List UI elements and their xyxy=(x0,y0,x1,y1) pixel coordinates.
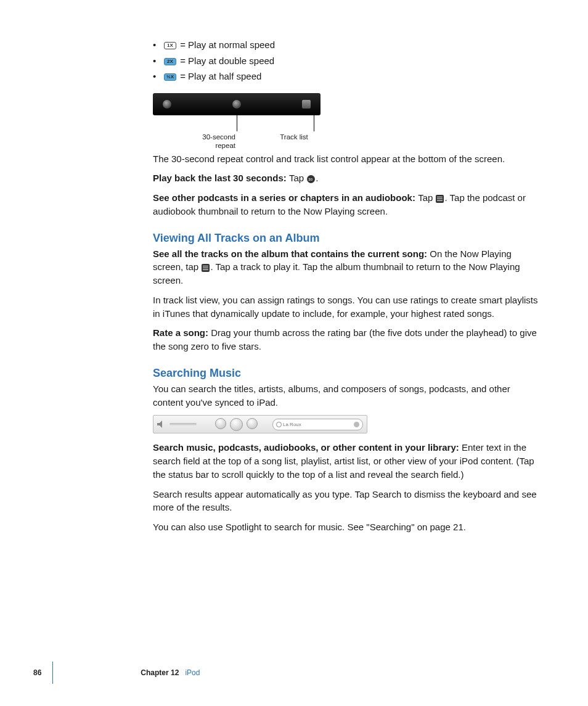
speed-badge-1x-icon: 1X xyxy=(164,42,176,49)
paragraph-search-results: Search results appear automatically as y… xyxy=(153,488,539,515)
speed-item-1x: 1X = Play at normal speed xyxy=(153,37,539,53)
rate-rest: Drag your thumb across the rating bar (t… xyxy=(153,327,537,351)
tracklist-inline-icon-2 xyxy=(202,264,210,272)
repeat-30-inline-icon xyxy=(307,175,315,183)
tracklist-inline-icon xyxy=(436,195,444,203)
callout-repeat-line1: 30-second xyxy=(202,133,235,141)
paragraph-tracklist-view: In track list view, you can assign ratin… xyxy=(153,293,539,321)
paragraph-search-library: Search music, podcasts, audiobooks, or o… xyxy=(153,441,539,481)
speed-badge-2x-icon: 2X xyxy=(164,58,176,65)
volume-icon xyxy=(157,421,167,428)
paragraph-see-all-tracks: See all the tracks on the album that con… xyxy=(153,247,539,287)
chapter-label: Chapter 12 xyxy=(141,668,179,677)
playback-bold: Play back the last 30 seconds: xyxy=(153,173,289,183)
speed-text-1x: = Play at normal speed xyxy=(178,39,275,50)
paragraph-search-intro: You can search the titles, artists, albu… xyxy=(153,382,539,409)
rate-bold: Rate a song: xyxy=(153,327,211,338)
figure-callouts: 30-second repeat Track list xyxy=(153,118,321,152)
seeall-bold: See all the tracks on the album that con… xyxy=(153,248,430,259)
speed-item-2x: 2X = Play at double speed xyxy=(153,53,539,69)
search-toolbar-figure: La Roux xyxy=(153,415,367,433)
paragraph-rate-song: Rate a song: Drag your thumb across the … xyxy=(153,326,539,353)
paragraph-see-other: See other podcasts in a series or chapte… xyxy=(153,191,539,218)
volume-slider xyxy=(169,423,197,425)
page-number: 86 xyxy=(33,668,41,677)
playback-cluster xyxy=(215,418,258,431)
speed-badge-halfx-icon: ½X xyxy=(164,73,176,81)
callout-repeat-line2: repeat xyxy=(215,142,235,149)
heading-searching-music: Searching Music xyxy=(153,367,539,380)
search-field-value: La Roux xyxy=(283,422,301,427)
searchlib-bold: Search music, podcasts, audiobooks, or o… xyxy=(153,442,462,453)
heading-viewing-tracks: Viewing All Tracks on an Album xyxy=(153,232,539,245)
player-bar-figure xyxy=(153,93,321,115)
paragraph-playback-30: Play back the last 30 seconds: Tap . xyxy=(153,171,539,185)
seeother-bold: See other podcasts in a series or chapte… xyxy=(153,192,418,203)
repeat-30-icon xyxy=(232,100,241,109)
next-track-icon xyxy=(247,418,258,429)
callout-tracklist: Track list xyxy=(276,133,312,141)
speed-text-2x: = Play at double speed xyxy=(178,55,274,66)
paragraph-spotlight: You can also use Spotlight to search for… xyxy=(153,520,539,534)
tracklist-icon xyxy=(302,100,311,109)
chapter-name: iPod xyxy=(185,668,200,677)
svg-marker-0 xyxy=(157,421,162,428)
paragraph-controls-appear: The 30-second repeat control and track l… xyxy=(153,152,539,166)
playback-rest: Tap xyxy=(289,173,306,183)
play-icon xyxy=(230,418,243,431)
seeother-mid: Tap xyxy=(418,192,435,203)
back-icon xyxy=(163,100,171,109)
footer-divider xyxy=(52,662,53,684)
prev-track-icon xyxy=(215,418,226,429)
speed-bullet-list: 1X = Play at normal speed 2X = Play at d… xyxy=(153,37,539,84)
search-field: La Roux xyxy=(272,419,363,430)
speed-text-halfx: = Play at half speed xyxy=(178,71,261,81)
page-footer: 86 Chapter 12 iPod xyxy=(33,662,539,684)
speed-item-halfx: ½X = Play at half speed xyxy=(153,68,539,84)
